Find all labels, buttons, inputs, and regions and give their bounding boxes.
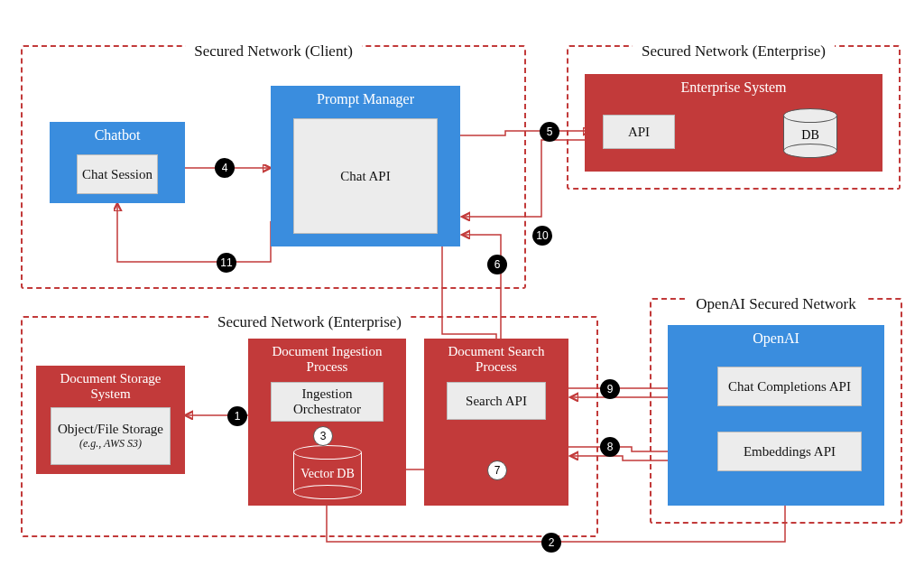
step-3: 3: [313, 426, 333, 446]
chat-api: Chat API: [293, 118, 438, 234]
step-2: 2: [541, 533, 561, 553]
ingestion-orchestrator: Ingestion Orchestrator: [271, 382, 383, 422]
box-openai: OpenAI Chat Completions API Embeddings A…: [668, 325, 884, 506]
box-enterprise-system: Enterprise System API DB: [585, 74, 882, 172]
step-5: 5: [540, 122, 559, 142]
object-file-storage: Object/File Storage (e.g., AWS S3): [51, 407, 171, 465]
box-chatbot: Chatbot Chat Session: [50, 122, 185, 203]
step-11: 11: [217, 253, 236, 273]
search-title: Document Search Process: [424, 339, 568, 381]
step-9: 9: [600, 379, 620, 399]
step-10: 10: [532, 226, 552, 246]
group-client-title: Secured Network (Client): [185, 42, 362, 60]
step-8: 8: [600, 437, 620, 457]
doc-storage-title: Document Storage System: [36, 366, 185, 408]
step-4: 4: [215, 158, 235, 178]
embeddings-api: Embeddings API: [717, 432, 862, 471]
enterprise-system-title: Enterprise System: [585, 74, 882, 101]
chatbot-title: Chatbot: [50, 122, 185, 149]
step-7: 7: [487, 460, 507, 480]
ingestion-title: Document Ingestion Process: [248, 339, 406, 381]
enterprise-api: API: [603, 115, 675, 149]
vector-db-icon: Vector DB: [293, 445, 362, 499]
vector-db-label: Vector DB: [293, 467, 362, 481]
group-enterprise-mid-title: Secured Network (Enterprise): [208, 313, 411, 331]
search-api: Search API: [447, 382, 546, 420]
box-prompt-manager: Prompt Manager Chat API: [271, 86, 460, 246]
step-6: 6: [487, 255, 507, 274]
doc-storage-inner: Object/File Storage: [58, 422, 163, 437]
group-openai-title: OpenAI Secured Network: [687, 295, 865, 313]
box-doc-storage: Document Storage System Object/File Stor…: [36, 366, 185, 474]
group-enterprise-top-title: Secured Network (Enterprise): [633, 42, 835, 60]
diagram-stage: Secured Network (Client) Secured Network…: [0, 0, 924, 567]
chat-completions-api: Chat Completions API: [717, 367, 862, 406]
enterprise-db-icon: DB: [783, 108, 837, 158]
step-1: 1: [227, 406, 247, 426]
doc-storage-sub: (e.g., AWS S3): [79, 437, 142, 451]
chat-session: Chat Session: [77, 154, 158, 194]
prompt-manager-title: Prompt Manager: [271, 86, 460, 113]
enterprise-db-label: DB: [783, 127, 837, 142]
openai-title: OpenAI: [668, 325, 884, 352]
box-ingestion: Document Ingestion Process Ingestion Orc…: [248, 339, 406, 506]
box-search: Document Search Process Search API: [424, 339, 568, 506]
